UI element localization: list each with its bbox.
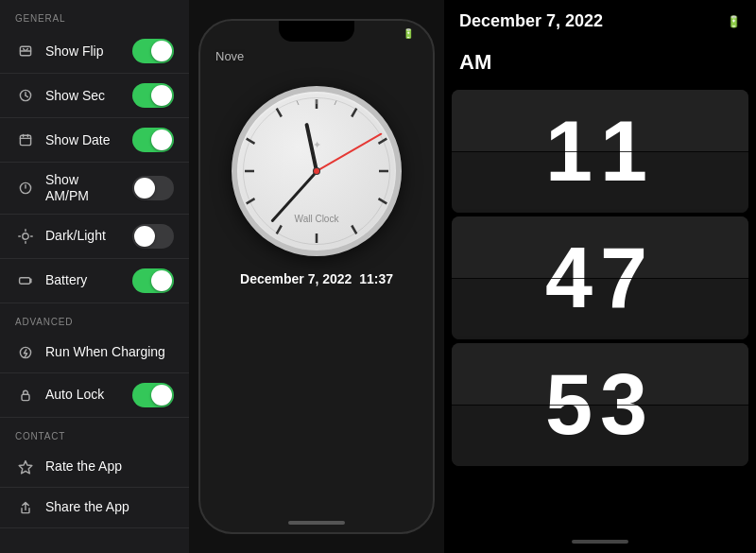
show-date-label: Show Date (45, 132, 132, 148)
minutes-top: 47 (452, 216, 748, 278)
minutes-flip-row: 47 47 (452, 216, 748, 339)
show-sec-label: Show Sec (45, 88, 132, 104)
show-flip-label: Show Flip (45, 43, 132, 60)
bottom-bar-right (444, 540, 756, 553)
battery-toggle[interactable] (132, 268, 174, 293)
ampm-row: AM (452, 39, 748, 86)
analog-clock-datetime: December 7, 2022 11:37 (240, 271, 393, 286)
share-app-label: Share the App (45, 499, 174, 515)
clock-face: ✦ Wall Clock (232, 86, 402, 256)
setting-row-show-flip: Show Flip (0, 29, 189, 74)
battery-right-icon: 🔋 (727, 15, 741, 28)
ampm-icon (15, 178, 36, 199)
svg-line-26 (352, 226, 356, 234)
svg-marker-20 (19, 460, 32, 473)
ampm-label: AM (452, 50, 491, 75)
svg-line-25 (379, 199, 387, 203)
svg-rect-16 (20, 277, 30, 283)
svg-line-31 (247, 139, 255, 144)
section-header-general: GENERAL (0, 0, 189, 29)
setting-row-dark-light: Dark/Light (0, 215, 189, 259)
section-header-contact: CONTACT (0, 418, 189, 447)
hours-number-top: 11 (545, 109, 655, 151)
setting-row-auto-lock: Auto Lock (0, 373, 189, 418)
minutes-number-top: 47 (545, 235, 655, 278)
setting-row-show-date: Show Date (0, 118, 189, 163)
charging-icon (15, 342, 36, 363)
setting-row-share-app[interactable]: Share the App (0, 488, 189, 528)
flip-icon (15, 41, 36, 61)
hours-flip-row: 11 11 (452, 90, 748, 213)
setting-row-battery: Battery (0, 259, 189, 303)
auto-lock-toggle[interactable] (132, 383, 174, 407)
show-date-toggle[interactable] (132, 128, 174, 152)
hours-bottom: 11 (452, 151, 748, 213)
show-ampm-toggle[interactable] (132, 176, 174, 200)
dark-light-toggle[interactable] (132, 224, 174, 249)
star-icon (15, 457, 36, 477)
svg-point-11 (23, 233, 28, 238)
middle-panel: 🔋 Nove (189, 0, 444, 553)
clock-icon (15, 85, 36, 106)
lock-icon (15, 385, 36, 406)
rate-app-label: Rate the App (45, 458, 174, 475)
flip-panel-label: Nove (200, 42, 259, 67)
svg-line-32 (277, 109, 282, 117)
show-ampm-label: Show AM/PM (45, 172, 132, 204)
seconds-top: 53 (452, 343, 748, 405)
setting-row-show-sec: Show Sec (0, 74, 189, 118)
wall-clock-label: Wall Clock (295, 214, 339, 224)
setting-row-rate-app[interactable]: Rate the App (0, 447, 189, 488)
hours-flip-card: 11 11 (452, 90, 748, 213)
battery-icon (15, 270, 36, 291)
svg-line-35 (297, 101, 299, 106)
svg-rect-5 (20, 135, 30, 145)
clock-center-red (314, 168, 319, 174)
show-flip-toggle[interactable] (132, 39, 174, 63)
calendar-icon (15, 130, 36, 150)
svg-line-28 (277, 226, 282, 234)
flip-segments: AM 11 11 47 47 (444, 39, 756, 540)
seconds-bottom: 53 (452, 405, 748, 466)
minutes-bottom: 47 (452, 278, 748, 339)
svg-line-23 (379, 139, 387, 144)
phone-notch (279, 21, 354, 42)
section-header-advanced: ADVANCED (0, 303, 189, 333)
run-charging-label: Run When Charging (45, 344, 174, 360)
seconds-flip-row: 53 53 (452, 343, 748, 466)
settings-panel: GENERAL Show Flip Show Sec Show Date (0, 0, 189, 553)
flip-clock-date: December 7, 2022 (459, 11, 603, 31)
auto-lock-label: Auto Lock (45, 387, 132, 403)
hours-number-bottom: 11 (545, 151, 655, 194)
minutes-flip-card: 47 47 (452, 216, 748, 339)
dark-light-label: Dark/Light (45, 228, 132, 244)
seconds-number-bottom: 53 (545, 405, 655, 447)
battery-indicator-analog: 🔋 (403, 28, 414, 39)
setting-row-show-ampm: Show AM/PM (0, 163, 189, 215)
right-panel: December 7, 2022 🔋 AM 11 11 47 (444, 0, 756, 553)
minutes-number-bottom: 47 (545, 278, 655, 320)
svg-line-22 (352, 109, 356, 117)
compass-mark: ✦ (313, 139, 321, 151)
analog-clock: ✦ Wall Clock (232, 86, 402, 256)
seconds-flip-card: 53 53 (452, 343, 748, 466)
share-icon (15, 497, 36, 518)
phone-frame-analog: 🔋 Nove (198, 19, 435, 534)
svg-line-4 (26, 95, 27, 97)
phone-home-bar-analog (288, 521, 345, 525)
seconds-number-top: 53 (545, 362, 655, 405)
darklight-icon (15, 226, 36, 247)
svg-rect-19 (22, 394, 29, 400)
show-sec-toggle[interactable] (132, 83, 174, 108)
svg-line-34 (335, 101, 336, 106)
hours-top: 11 (452, 90, 748, 151)
home-bar-right (572, 540, 628, 544)
setting-row-run-charging: Run When Charging (0, 333, 189, 373)
svg-line-29 (247, 199, 255, 203)
flip-clock-header: December 7, 2022 🔋 (444, 0, 756, 39)
battery-label: Battery (45, 272, 132, 288)
